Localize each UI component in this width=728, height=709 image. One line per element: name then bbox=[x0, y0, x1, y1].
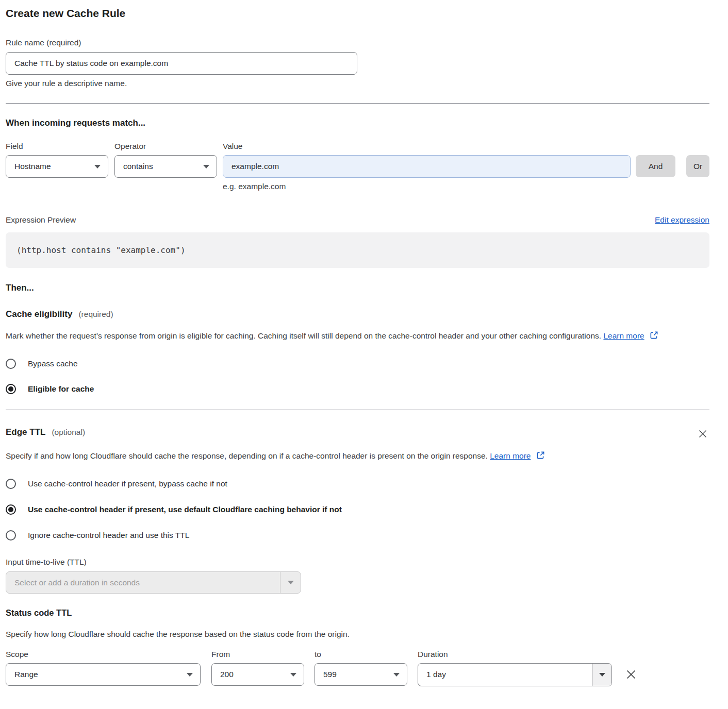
operator-label: Operator bbox=[114, 142, 223, 151]
ttl-duration-select-disabled: Select or add a duration in seconds bbox=[6, 571, 301, 594]
scope-select[interactable]: Range bbox=[6, 663, 201, 686]
radio-button[interactable] bbox=[6, 359, 16, 369]
radio-option-use-header-bypass[interactable]: Use cache-control header if present, byp… bbox=[6, 479, 709, 489]
to-select-value: 599 bbox=[323, 670, 337, 679]
expression-code: (http.host contains "example.com") bbox=[16, 245, 186, 255]
radio-option-eligible-for-cache[interactable]: Eligible for cache bbox=[6, 384, 709, 394]
edge-ttl-heading-group: Edge TTL (optional) bbox=[6, 427, 85, 437]
duration-select-value: 1 day bbox=[418, 664, 592, 686]
field-select-value: Hostname bbox=[14, 162, 51, 171]
duration-select-arrow[interactable] bbox=[592, 664, 611, 686]
chevron-down-icon bbox=[599, 673, 605, 677]
radio-button[interactable] bbox=[6, 530, 16, 541]
rule-name-label: Rule name (required) bbox=[6, 38, 709, 47]
match-controls-row: Hostname contains e.g. example.com And O… bbox=[6, 155, 709, 191]
value-input[interactable] bbox=[223, 155, 631, 178]
duration-select[interactable]: 1 day bbox=[418, 663, 612, 686]
edge-ttl-heading-row: Edge TTL (optional) bbox=[6, 427, 709, 441]
radio-option-use-header-default[interactable]: Use cache-control header if present, use… bbox=[6, 504, 709, 515]
cache-eligibility-heading-row: Cache eligibility (required) bbox=[6, 309, 709, 319]
operator-select-value: contains bbox=[123, 162, 153, 171]
chevron-down-icon bbox=[94, 165, 101, 168]
then-heading: Then... bbox=[6, 283, 709, 293]
value-help: e.g. example.com bbox=[223, 182, 631, 191]
status-code-ttl-description: Specify how long Cloudflare should cache… bbox=[6, 627, 709, 642]
edge-ttl-heading: Edge TTL bbox=[6, 427, 45, 437]
value-column: e.g. example.com bbox=[223, 155, 631, 191]
chevron-down-icon bbox=[290, 673, 296, 677]
field-select[interactable]: Hostname bbox=[6, 155, 108, 178]
status-labels-row: Scope From to Duration bbox=[6, 650, 709, 659]
learn-more-link[interactable]: Learn more bbox=[490, 451, 531, 460]
operator-select[interactable]: contains bbox=[114, 155, 217, 178]
chevron-down-icon bbox=[393, 673, 400, 677]
to-select[interactable]: 599 bbox=[315, 663, 407, 686]
radio-label: Bypass cache bbox=[28, 359, 78, 368]
cache-learn-more-wrap: Learn more bbox=[603, 331, 658, 340]
field-label: Field bbox=[6, 142, 114, 151]
ttl-select-arrow bbox=[280, 572, 301, 593]
chevron-down-icon bbox=[288, 581, 294, 584]
expression-code-block: (http.host contains "example.com") bbox=[6, 232, 709, 268]
edge-ttl-description-text: Specify if and how long Cloudflare shoul… bbox=[6, 451, 488, 460]
radio-label: Eligible for cache bbox=[28, 384, 94, 394]
create-cache-rule-form: Create new Cache Rule Rule name (require… bbox=[0, 0, 728, 700]
edge-learn-more-wrap: Learn more bbox=[490, 451, 545, 460]
duration-label: Duration bbox=[418, 650, 448, 659]
optional-tag: (optional) bbox=[52, 428, 85, 437]
cache-eligibility-heading: Cache eligibility bbox=[6, 309, 72, 319]
radio-label: Use cache-control header if present, byp… bbox=[28, 479, 227, 488]
value-label: Value bbox=[223, 142, 243, 151]
external-link-icon bbox=[536, 451, 545, 460]
chevron-down-icon bbox=[203, 165, 209, 168]
rule-name-help: Give your rule a descriptive name. bbox=[6, 79, 709, 88]
radio-option-bypass-cache[interactable]: Bypass cache bbox=[6, 359, 709, 369]
to-label: to bbox=[315, 650, 418, 659]
radio-label: Use cache-control header if present, use… bbox=[28, 505, 342, 514]
close-icon bbox=[625, 669, 637, 680]
cache-eligibility-options: Bypass cache Eligible for cache bbox=[6, 359, 709, 394]
delete-status-ttl-row-button[interactable] bbox=[623, 667, 639, 682]
edge-ttl-description: Specify if and how long Cloudflare shoul… bbox=[6, 449, 573, 463]
from-select[interactable]: 200 bbox=[211, 663, 304, 686]
match-labels-row: Field Operator Value bbox=[6, 142, 709, 151]
from-label: From bbox=[211, 650, 315, 659]
edge-ttl-options: Use cache-control header if present, byp… bbox=[6, 479, 709, 541]
status-code-ttl-heading: Status code TTL bbox=[6, 608, 709, 618]
edit-expression-link[interactable]: Edit expression bbox=[655, 215, 709, 225]
match-heading: When incoming requests match... bbox=[6, 118, 709, 128]
expression-header: Expression Preview Edit expression bbox=[6, 215, 709, 225]
learn-more-link[interactable]: Learn more bbox=[603, 331, 644, 340]
cache-eligibility-description: Mark whether the request’s response from… bbox=[6, 329, 697, 343]
page-title: Create new Cache Rule bbox=[6, 7, 709, 20]
close-edge-ttl-button[interactable] bbox=[696, 427, 709, 441]
expression-preview-label: Expression Preview bbox=[6, 215, 76, 225]
and-button[interactable]: And bbox=[636, 155, 675, 177]
divider bbox=[6, 103, 709, 104]
status-controls-row: Range 200 599 1 day bbox=[6, 663, 709, 686]
ttl-input-label: Input time-to-live (TTL) bbox=[6, 558, 709, 567]
rule-name-group: Rule name (required) Give your rule a de… bbox=[6, 38, 709, 88]
radio-button-selected[interactable] bbox=[6, 504, 16, 515]
from-select-value: 200 bbox=[220, 670, 234, 679]
chevron-down-icon bbox=[187, 673, 193, 677]
radio-label: Ignore cache-control header and use this… bbox=[28, 531, 189, 540]
radio-option-ignore-header[interactable]: Ignore cache-control header and use this… bbox=[6, 530, 709, 541]
cache-eligibility-description-text: Mark whether the request’s response from… bbox=[6, 331, 601, 340]
or-button[interactable]: Or bbox=[686, 155, 709, 177]
ttl-select-placeholder: Select or add a duration in seconds bbox=[6, 572, 280, 593]
scope-select-value: Range bbox=[14, 670, 38, 679]
radio-button[interactable] bbox=[6, 479, 16, 489]
scope-label: Scope bbox=[6, 650, 211, 659]
required-tag: (required) bbox=[78, 310, 113, 319]
radio-button-selected[interactable] bbox=[6, 384, 16, 394]
external-link-icon bbox=[650, 331, 658, 340]
close-icon bbox=[698, 429, 707, 438]
rule-name-input[interactable] bbox=[6, 52, 357, 75]
divider bbox=[6, 409, 709, 410]
